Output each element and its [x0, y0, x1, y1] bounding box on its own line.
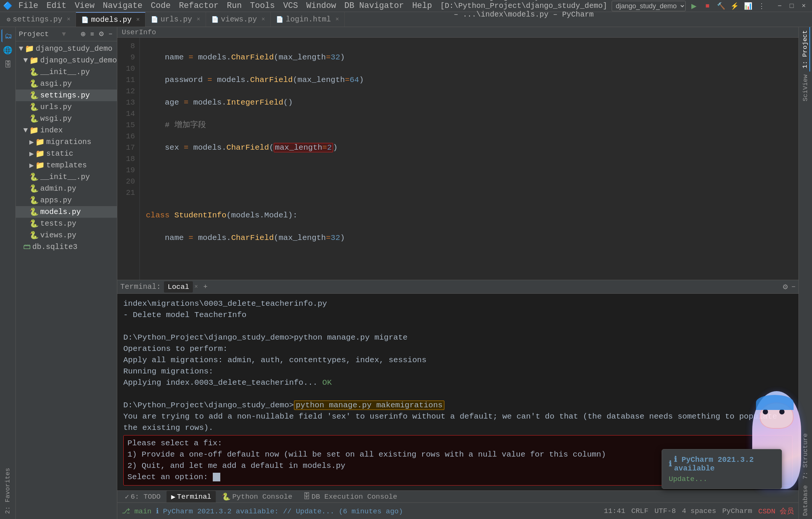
terminal-line-4: Operations to perform: [123, 343, 792, 355]
tree-asgi-py[interactable]: 🐍 asgi.py [16, 78, 117, 90]
folder-icon: 📁 [25, 44, 34, 53]
menu-dbnavigator[interactable]: DB Navigator [341, 0, 408, 12]
terminal-tabs: Local × + [164, 281, 211, 293]
notification-update-link[interactable]: Update... [669, 475, 775, 483]
close-models-tab[interactable]: × [136, 17, 140, 23]
tree-apps-py[interactable]: 🐍 apps.py [16, 194, 117, 206]
todo-label: 6: TODO [130, 493, 161, 501]
tree-urls-py[interactable]: 🐍 urls.py [16, 101, 117, 113]
terminal-tab-local[interactable]: Local [164, 281, 193, 293]
terminal-minimize-button[interactable]: − [791, 283, 795, 291]
tree-migrations-folder[interactable]: ▶ 📁 migrations [16, 136, 117, 148]
py-icon-models: 🐍 [29, 207, 39, 217]
tree-index-folder[interactable]: ▼ 📁 index [16, 124, 117, 136]
tab-views[interactable]: 📄 views.py × [206, 12, 271, 27]
tree-init-py-1[interactable]: 🐍 __init__.py [16, 66, 117, 78]
sidebar-settings-button[interactable]: ⚙ [97, 29, 106, 39]
views-file-icon: 📄 [211, 16, 219, 23]
tree-static-folder[interactable]: ▶ 📁 static [16, 148, 117, 159]
menu-refactor[interactable]: Refactor [175, 0, 223, 12]
py-icon-settings: 🐍 [29, 91, 39, 100]
status-position[interactable]: 11:41 [604, 507, 625, 515]
sidebar-locate-button[interactable]: ⊕ [79, 29, 87, 39]
status-crlf[interactable]: CRLF [631, 507, 648, 515]
maximize-button[interactable]: □ [786, 1, 797, 11]
menu-tools[interactable]: Tools [246, 0, 279, 12]
bottom-tab-todo[interactable]: ✓ 6: TODO [120, 491, 165, 503]
sidebar-collapse-button[interactable]: ≡ [89, 29, 95, 39]
tree-django-folder[interactable]: ▼ 📁 django_study_demo D:\Python_Proje [16, 55, 117, 66]
status-encoding[interactable]: UTF-8 [654, 507, 676, 515]
terminal-line-warning: You are trying to add a non-nullable fie… [123, 411, 792, 434]
terminal-line-6: Running migrations: [123, 366, 792, 377]
py-icon-wsgi: 🐍 [29, 114, 39, 123]
menu-run[interactable]: Run [223, 0, 246, 12]
tab-models[interactable]: 📄 models.py × [76, 12, 145, 27]
menu-window[interactable]: Window [303, 0, 340, 12]
project-sidebar: Project ▼ ⊕ ≡ ⚙ − ▼ 📁 django_study_demo … [16, 27, 117, 519]
minimize-button[interactable]: − [774, 1, 785, 11]
project-selector[interactable]: django_study_demo [612, 1, 686, 11]
tree-admin-py[interactable]: 🐍 admin.py [16, 183, 117, 194]
terminal-line-3: D:\Python_Project\django_study_demo>pyth… [123, 332, 792, 343]
status-csdn[interactable]: CSDN 会员 [758, 506, 794, 516]
build-button[interactable]: 🔨 [716, 1, 726, 11]
status-python[interactable]: PyCharm [722, 507, 752, 515]
sidebar-toolbar: ⊕ ≡ ⚙ − [79, 29, 114, 39]
close-login-tab[interactable]: × [335, 16, 339, 23]
expand-icon-django: ▼ [23, 56, 28, 65]
terminal-add-tab[interactable]: + [200, 281, 211, 293]
bottom-tab-python-console[interactable]: 🐍 Python Console [217, 491, 297, 503]
close-terminal-tab[interactable]: × [194, 284, 198, 290]
right-panel-sciview[interactable]: SciView [801, 71, 810, 104]
browser-button[interactable]: 🌐 [2, 44, 14, 56]
code-line-11: # 增加字段 [146, 120, 792, 131]
status-git[interactable]: ⎇ main [122, 507, 151, 516]
code-editor[interactable]: 8 9 10 11 12 13 14 15 16 17 18 19 20 21 … [117, 38, 798, 280]
stop-button[interactable]: ■ [702, 1, 713, 11]
menu-code[interactable]: Code [147, 0, 174, 12]
favorites-label[interactable]: 2: Favorites [3, 465, 12, 517]
file-tree: ▼ 📁 django_study_demo ▼ 📁 django_study_d… [16, 41, 117, 519]
menu-help[interactable]: Help [408, 0, 436, 12]
run-button[interactable]: ▶ [689, 1, 699, 11]
bottom-tab-terminal[interactable]: ▶ Terminal [167, 491, 216, 503]
menu-vcs[interactable]: VCS [279, 0, 302, 12]
menu-edit[interactable]: Edit [43, 0, 70, 12]
menu-view[interactable]: View [71, 0, 98, 12]
tree-wsgi-py[interactable]: 🐍 wsgi.py [16, 113, 117, 124]
project-panel-button[interactable]: 🗂 [2, 29, 14, 42]
right-panel-project[interactable]: 1: Project [801, 27, 810, 71]
coverage-button[interactable]: 📊 [743, 1, 753, 11]
close-urls-tab[interactable]: × [197, 16, 200, 23]
tree-views-py[interactable]: 🐍 views.py [16, 229, 117, 241]
tree-index-label: index [40, 126, 63, 135]
sidebar-close-button[interactable]: − [107, 29, 114, 39]
bottom-tab-db-console[interactable]: 🗄 DB Execution Console [298, 491, 402, 502]
tree-models-py[interactable]: 🐍 models.py [16, 206, 117, 218]
tree-settings-py[interactable]: 🐍 settings.py [16, 90, 117, 101]
tree-tests-py[interactable]: 🐍 tests.py [16, 218, 117, 229]
terminal-settings-button[interactable]: ⚙ [782, 283, 788, 291]
db-panel-button[interactable]: 🗄 [2, 58, 14, 71]
menu-navigate[interactable]: Navigate [99, 0, 146, 12]
more-options-button[interactable]: ⋮ [756, 1, 767, 11]
tree-root[interactable]: ▼ 📁 django_study_demo [16, 43, 117, 55]
models-file-icon: 📄 [81, 16, 89, 24]
breadcrumb-text: UserInfo [122, 28, 156, 36]
tree-templates-folder[interactable]: ▶ 📁 templates [16, 159, 117, 171]
code-line-10: age = models.IntegerField() [146, 97, 792, 108]
close-settings-tab[interactable]: × [67, 16, 71, 23]
tree-sqlite[interactable]: 🗃 db.sqlite3 [16, 241, 117, 252]
close-views-tab[interactable]: × [262, 16, 265, 23]
code-content[interactable]: name = models.CharField(max_length=32) p… [140, 38, 798, 280]
tab-login[interactable]: 📄 login.html × [271, 12, 345, 27]
tab-settings[interactable]: ⚙ settings.py × [2, 12, 76, 27]
close-button[interactable]: × [798, 1, 809, 11]
expand-icon-static: ▶ [29, 149, 34, 158]
profile-button[interactable]: ⚡ [729, 1, 740, 11]
menu-file[interactable]: File [15, 0, 42, 12]
status-indent[interactable]: 4 spaces [682, 507, 716, 515]
tab-urls[interactable]: 📄 urls.py × [145, 12, 206, 27]
tree-init-py-2[interactable]: 🐍 __init__.py [16, 171, 117, 183]
